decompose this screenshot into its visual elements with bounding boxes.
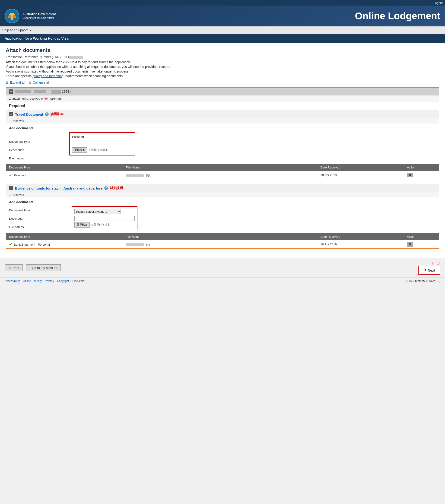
travel-table-cell-type: ✔ Passport [6,171,123,179]
funds-table-cell-date: 18 Apr 2019 [318,240,404,248]
funds-table-cell-file: .jpg [123,240,318,248]
help-support-link[interactable]: Help and Support ▼ [2,28,32,32]
funds-table-cell-type: ✔ Bank Statement - Personal [6,240,123,248]
travel-doc-chinese: 護照影本 [51,112,63,116]
svg-text:★: ★ [12,21,13,22]
travel-doc-header: − Travel Document ? 護照影本 [6,110,439,118]
nav-bar: Help and Support ▼ [0,26,445,34]
funds-doc-block: − Evidence of funds for stay in Australi… [6,184,439,248]
info-text-2: If you choose to submit the application … [6,65,439,69]
travel-doc-add-title: Add documents [9,126,436,130]
minus-icon: ⊟ [29,81,31,84]
travel-doc-collapse-button[interactable]: − [9,112,13,116]
funds-doc-file-button[interactable]: 選擇檔案 [74,222,90,228]
person-dob-blur [52,90,61,94]
info-text-1: Attach the documents listed below then c… [6,60,439,64]
quality-formatting-link[interactable]: quality and formatting [33,74,63,78]
go-to-account-button[interactable]: › Go to my account [26,264,61,271]
content-wrapper: Attach documents Transaction Reference N… [6,47,439,249]
funds-doc-type-label: Document Type [9,207,69,214]
next-button[interactable]: ↺ Next [418,266,440,275]
next-chinese-label: 下一步 [431,261,440,265]
travel-table-header-date: Date Received [318,164,404,171]
privacy-link[interactable]: Privacy [45,279,54,283]
travel-doc-table: Document Type File Name Date Received Ac… [6,164,439,179]
gov-crest-icon: ★ [5,9,20,24]
funds-table-header-type: Document Type [6,233,123,240]
footer-left: 🖨 Print › Go to my account [5,264,61,271]
travel-doc-title-link[interactable]: Travel Document [15,112,43,116]
travel-doc-received: 1 Received [6,118,439,124]
footer-bar: 🖨 Print › Go to my account 下一步 ↺ Next [0,258,445,277]
funds-doc-help-icon[interactable]: ? [104,186,108,190]
person-header[interactable]: − ( 1991) [6,88,439,95]
funds-doc-header: − Evidence of funds for stay in Australi… [6,184,439,192]
travel-doc-block: − Travel Document ? 護照影本 1 Received Add … [6,110,439,179]
travel-doc-filenames-label-ext: File names [9,157,69,160]
print-button[interactable]: 🖨 Print [5,264,23,271]
print-icon: 🖨 [8,266,11,270]
person-name-blur-1 [15,90,31,93]
funds-doc-file-row: 選擇檔案 未選擇任何檔案 [74,222,135,228]
chevron-right-icon: › [30,266,31,270]
site-title: Online Lodgement [355,10,440,21]
funds-doc-file-placeholder: 未選擇任何檔案 [91,223,110,227]
info-text-4: There are specific quality and formattin… [6,74,439,78]
travel-table-cell-file: .jpg [123,171,318,179]
person-collapse-button[interactable]: − [9,90,13,94]
logo-area: ★ Australian Government Department of Ho… [5,9,56,24]
travel-table-cell-action: 🗑 [404,171,439,179]
logo-text: Australian Government Department of Home… [22,12,56,20]
funds-doc-title-link[interactable]: Evidence of funds for stay in Australia … [15,186,102,190]
attachments-count: 2 attachments received of 60 maximum. [6,95,439,102]
table-row: ✔ Bank Statement - Personal .jpg 18 Apr … [6,240,439,248]
bottom-links: Accessibility Online Security Privacy Co… [0,277,445,285]
person-name-blur-2 [34,90,46,93]
travel-doc-delete-button[interactable]: 🗑 [407,173,413,177]
copyright-link[interactable]: Copyright & Disclaimer [57,279,85,283]
file-name-blur-2 [126,243,144,246]
person-section: − ( 1991) 2 attachments received of 60 m… [6,87,439,249]
funds-doc-description-input[interactable] [74,216,135,221]
next-icon: ↺ [423,268,426,272]
travel-doc-add-section: Add documents Document Type Passport 選擇檔… [6,124,439,164]
funds-doc-filenames-label: File names [9,224,69,230]
checkmark-icon: ✔ [9,242,12,246]
funds-doc-form-box: Please select a value... 選擇檔案 未選擇任何檔案 [72,206,137,230]
travel-doc-help-icon[interactable]: ? [45,112,49,116]
svg-rect-4 [11,17,13,20]
funds-doc-add-title: Add documents [9,200,436,204]
funds-doc-type-field: Please select a value... [74,209,135,214]
plus-icon: ⊞ [6,81,9,84]
logout-link[interactable]: Logout [433,1,443,5]
file-name-blur [126,174,144,177]
funds-doc-type-select[interactable]: Please select a value... [74,209,121,214]
online-security-link[interactable]: Online Security [23,279,42,283]
main-content: Attach documents Transaction Reference N… [0,43,445,258]
funds-doc-form-row: Document Type Description File names Ple… [9,206,436,230]
collapse-all-link[interactable]: ⊟ Collapse all [29,81,49,84]
table-row: ✔ Passport .jpg 18 Apr 2019 🗑 [6,171,439,179]
required-label: Required [6,102,439,110]
trn-line: Transaction Reference Number (TRN):EGO [6,55,439,59]
funds-doc-labels: Document Type Description File names [9,206,69,230]
funds-doc-received: 1 Received [6,192,439,198]
header-top-bar: Logout [0,0,445,6]
chevron-down-icon: ▼ [29,29,32,32]
expand-collapse-bar: ⊞ Expand all ⊟ Collapse all [6,81,439,84]
travel-table-cell-date: 18 Apr 2019 [318,171,404,179]
funds-doc-collapse-button[interactable]: − [9,186,13,190]
page-banner: Application for a Working Holiday Visa [0,34,445,43]
version-text: (1150(Internet) 17/04/2019) [406,279,440,283]
funds-doc-desc-label: Description [9,216,69,222]
accessibility-link[interactable]: Accessibility [5,279,20,283]
funds-table-header-action: Action [404,233,439,240]
travel-doc-type-value: Passport [72,135,84,139]
header-main: ★ Australian Government Department of Ho… [0,6,445,26]
travel-doc-labels: Document Type Description File names [9,139,436,161]
expand-all-link[interactable]: ⊞ Expand all [6,81,25,84]
funds-doc-delete-button[interactable]: 🗑 [407,242,413,247]
next-area: 下一步 ↺ Next [418,261,440,275]
funds-table-cell-action: 🗑 [404,240,439,248]
funds-table-header-file: File Name [123,233,318,240]
